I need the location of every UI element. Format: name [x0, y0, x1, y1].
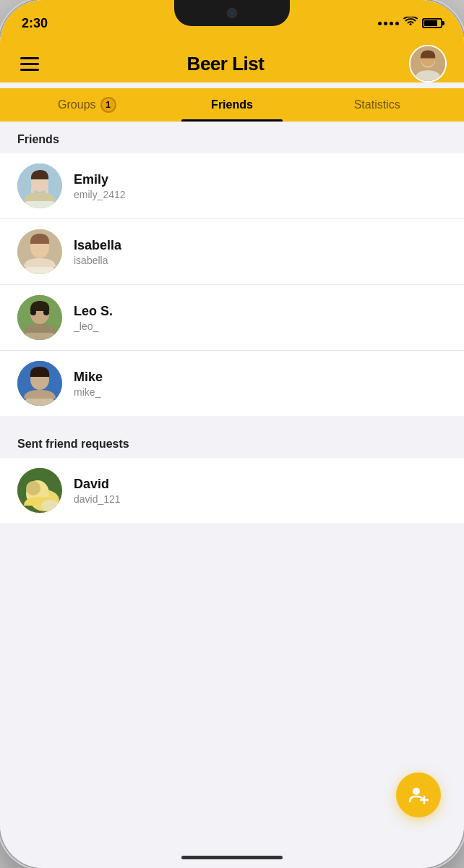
friends-list: Emily emily_2412 — [0, 153, 464, 416]
friend-username: isabella — [74, 255, 447, 266]
list-item[interactable]: Isabella isabella — [0, 219, 464, 285]
list-item[interactable]: Leo S. _leo_ — [0, 285, 464, 351]
friend-info: Emily emily_2412 — [74, 172, 447, 200]
tab-statistics[interactable]: Statistics — [304, 88, 450, 122]
tab-bar: Groups 1 Friends Statistics — [0, 88, 464, 122]
main-content: Friends — [0, 122, 464, 868]
friend-name: Emily — [74, 172, 447, 187]
svg-point-23 — [41, 500, 59, 511]
sent-requests-list: David david_121 — [0, 458, 464, 523]
friends-section-header: Friends — [0, 122, 464, 153]
friend-username: _leo_ — [74, 320, 447, 332]
friend-info: Leo S. _leo_ — [74, 304, 447, 332]
tab-friends-label: Friends — [211, 98, 253, 111]
friend-name: Mike — [74, 370, 447, 385]
phone-inner: 2:30 — [0, 0, 464, 868]
signal-icon — [378, 22, 399, 25]
friend-name: David — [74, 477, 447, 492]
avatar — [17, 229, 62, 274]
svg-point-14 — [30, 310, 36, 315]
list-item[interactable]: Mike mike_ — [0, 351, 464, 416]
tab-groups[interactable]: Groups 1 — [14, 88, 160, 122]
section-gap — [0, 416, 464, 426]
status-time: 2:30 — [22, 16, 48, 31]
header: Beer List — [0, 38, 464, 82]
avatar — [17, 163, 62, 208]
svg-point-24 — [413, 788, 420, 795]
add-person-icon — [408, 785, 429, 805]
profile-avatar[interactable] — [409, 45, 447, 82]
wifi-icon — [403, 17, 418, 30]
friend-username: david_121 — [74, 493, 447, 505]
avatar — [17, 361, 62, 406]
tab-groups-label: Groups — [58, 98, 95, 111]
battery-icon — [422, 18, 442, 28]
sent-requests-section-header: Sent friend requests — [0, 426, 464, 458]
menu-icon — [20, 57, 39, 59]
tab-statistics-label: Statistics — [354, 98, 400, 111]
app-title: Beer List — [187, 53, 265, 75]
friend-username: emily_2412 — [74, 189, 447, 200]
friend-username: mike_ — [74, 386, 447, 398]
svg-point-22 — [26, 481, 40, 495]
svg-point-15 — [43, 310, 49, 315]
menu-button[interactable] — [17, 54, 42, 74]
menu-icon — [20, 69, 39, 71]
friend-name: Isabella — [74, 238, 447, 253]
friend-info: Isabella isabella — [74, 238, 447, 266]
friend-name: Leo S. — [74, 304, 447, 319]
status-icons — [378, 17, 442, 30]
friend-info: Mike mike_ — [74, 370, 447, 398]
camera-notch — [227, 8, 237, 18]
tab-friends[interactable]: Friends — [160, 88, 305, 122]
menu-icon — [20, 63, 39, 65]
avatar — [17, 295, 62, 340]
avatar — [17, 468, 62, 513]
phone-frame: 2:30 — [0, 0, 464, 868]
notch — [174, 0, 290, 26]
list-item[interactable]: Emily emily_2412 — [0, 153, 464, 219]
add-friend-button[interactable] — [396, 773, 441, 817]
home-indicator — [181, 856, 283, 859]
tab-groups-badge: 1 — [100, 97, 116, 113]
list-item[interactable]: David david_121 — [0, 458, 464, 523]
friend-info: David david_121 — [74, 477, 447, 505]
